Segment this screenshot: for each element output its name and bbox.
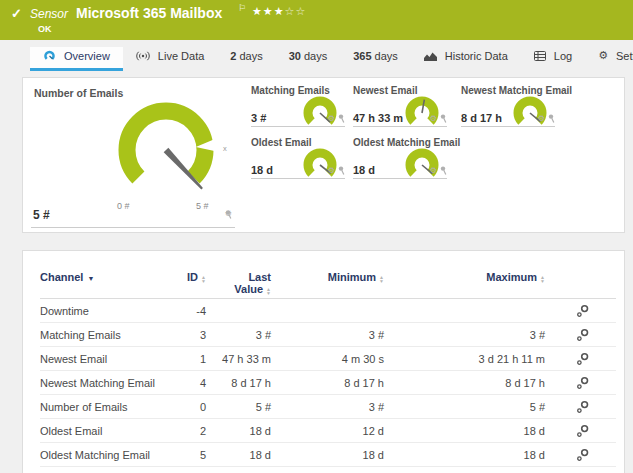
last-value: 8 d 17 h [206,377,271,389]
tab-overview[interactable]: Overview [30,47,123,71]
minimum-value: 3 # [271,329,384,341]
status-ok-check-icon: ✓ [11,6,22,21]
flag-icon[interactable]: ⚐ [238,3,246,13]
tab-label: days [375,50,398,62]
tab-historic-data[interactable]: Historic Data [411,47,521,71]
pin-icon[interactable] [225,210,232,219]
tab-live-data[interactable]: Live Data [123,47,217,71]
pin-icon[interactable] [338,114,345,123]
channel-settings-gear-icon[interactable] [576,448,590,462]
channel-id: 3 [168,329,206,341]
pin-icon[interactable] [440,114,447,123]
channel-settings-gear-icon[interactable] [576,304,590,318]
channel-settings-gear-icon[interactable] [576,424,590,438]
table-row[interactable]: Oldest Matching Email 5 18 d 18 d 18 d [40,443,616,467]
last-value: 3 # [206,329,271,341]
channel-settings-gear-icon[interactable] [576,328,590,342]
tab-30-days[interactable]: 30days [276,47,341,71]
overview-gauges-panel: Number of Emails x 0 # 5 # 5 # ⚙ Matchin… [22,77,625,233]
sensor-status-text: OK [38,24,52,34]
channel-id: 1 [168,353,206,365]
pin-icon[interactable] [548,114,555,123]
sensor-type-label: Sensor [30,7,68,21]
gauge-current-value: 18 d [353,164,375,176]
table-row[interactable]: Matching Emails 3 3 # 3 # 3 # [40,323,616,347]
tab-label: days [239,50,262,62]
tab-365-days[interactable]: 365days [340,47,411,71]
channel-name[interactable]: Newest Email [40,353,168,365]
pin-icon[interactable] [440,166,447,175]
gauge-scale-max: 5 # [196,201,209,211]
tab-label: Settings [616,50,633,62]
gauge-current-value: 18 d [251,164,273,176]
channel-name[interactable]: Downtime [40,305,168,317]
table-row[interactable]: Downtime -4 [40,299,616,323]
channel-settings-gear-icon[interactable] [576,376,590,390]
pin-icon[interactable] [338,166,345,175]
maximum-value: 3 # [384,329,545,341]
tab-label: Historic Data [445,50,508,62]
channel-name[interactable]: Newest Matching Email [40,377,168,389]
sort-icons: ▲▼ [540,275,545,283]
minimum-value: 18 d [271,449,384,461]
minimum-value: 3 # [271,401,384,413]
tab-settings[interactable]: ⚙ Settings [585,47,633,71]
gauge-current-value: 8 d 17 h [461,112,502,124]
stars-filled[interactable]: ★★★ [252,5,285,17]
channel-name[interactable]: Oldest Matching Email [40,449,168,461]
column-header-minimum[interactable]: Minimum▲▼ [271,271,384,283]
gauge-current-value: 5 # [33,208,50,222]
gauge-settings-gear-icon[interactable]: ⚙ [328,167,335,175]
gauge-settings-gear-icon[interactable]: ⚙ [328,115,335,123]
sort-desc-icon: ▼ [87,275,94,282]
gauge-cell-newest-email: Newest Email 47 h 33 m ⚙ [353,85,447,127]
maximum-value: 18 d [384,449,545,461]
gauge-cell-number-of-emails: Number of Emails x 0 # 5 # 5 # ⚙ [31,82,235,228]
column-header-channel[interactable]: Channel▼ [40,271,168,283]
gauge-settings-gear-icon[interactable]: ⚙ [430,167,437,175]
maximum-value: 3 d 21 h 11 m [384,353,545,365]
minimum-value: 8 d 17 h [271,377,384,389]
gear-icon: ⚙ [598,50,608,61]
table-row[interactable]: Number of Emails 0 5 # 3 # 5 # [40,395,616,419]
mini-gauge [403,146,441,184]
last-value: 18 d [206,425,271,437]
table-row[interactable]: Newest Email 1 47 h 33 m 4 m 30 s 3 d 21… [40,347,616,371]
area-chart-icon [424,51,437,61]
channel-name[interactable]: Number of Emails [40,401,168,413]
maximum-value: 8 d 17 h [384,377,545,389]
gauge-cell-oldest-email: Oldest Email 18 d ⚙ [251,137,345,179]
tab-label: Log [554,50,572,62]
channel-name[interactable]: Matching Emails [40,329,168,341]
gauge-settings-gear-icon[interactable]: ⚙ [538,115,545,123]
gauge-current-value: 47 h 33 m [353,112,403,124]
gauge-settings-gear-icon[interactable]: ⚙ [430,115,437,123]
gauge-icon [43,50,56,62]
main-gauge: x [31,82,235,204]
stars-empty[interactable]: ☆☆ [285,5,307,17]
channel-settings-gear-icon[interactable] [576,400,590,414]
tab-label: Overview [64,50,110,62]
minimum-value: 4 m 30 s [271,353,384,365]
table-row[interactable]: Newest Matching Email 4 8 d 17 h 8 d 17 … [40,371,616,395]
sensor-header: ✓ Sensor Microsoft 365 Mailbox ⚐ ★★★☆☆ O… [0,0,633,40]
column-header-last-value[interactable]: Last Value▲▼ [206,271,271,295]
channel-settings-gear-icon[interactable] [576,352,590,366]
signal-icon [136,51,150,61]
channel-id: -4 [168,305,206,317]
log-table-icon [534,51,546,61]
gauge-cell-oldest-matching-email: Oldest Matching Email 18 d ⚙ [353,137,447,179]
table-row[interactable]: Oldest Email 2 18 d 12 d 18 d [40,419,616,443]
priority-stars[interactable]: ★★★☆☆ [252,5,306,18]
gauge-current-value: 3 # [251,112,266,124]
mini-gauge [511,94,549,132]
channel-id: 5 [168,449,206,461]
table-header-row: Channel▼ ID▲▼ Last Value▲▼ Minimum▲▼ Max… [40,265,616,299]
sort-icons: ▲▼ [266,287,271,295]
tab-log[interactable]: Log [521,47,585,71]
column-header-id[interactable]: ID▲▼ [168,271,206,283]
channel-name[interactable]: Oldest Email [40,425,168,437]
column-header-maximum[interactable]: Maximum▲▼ [384,271,545,283]
channel-id: 4 [168,377,206,389]
tab-2-days[interactable]: 2days [217,47,275,71]
